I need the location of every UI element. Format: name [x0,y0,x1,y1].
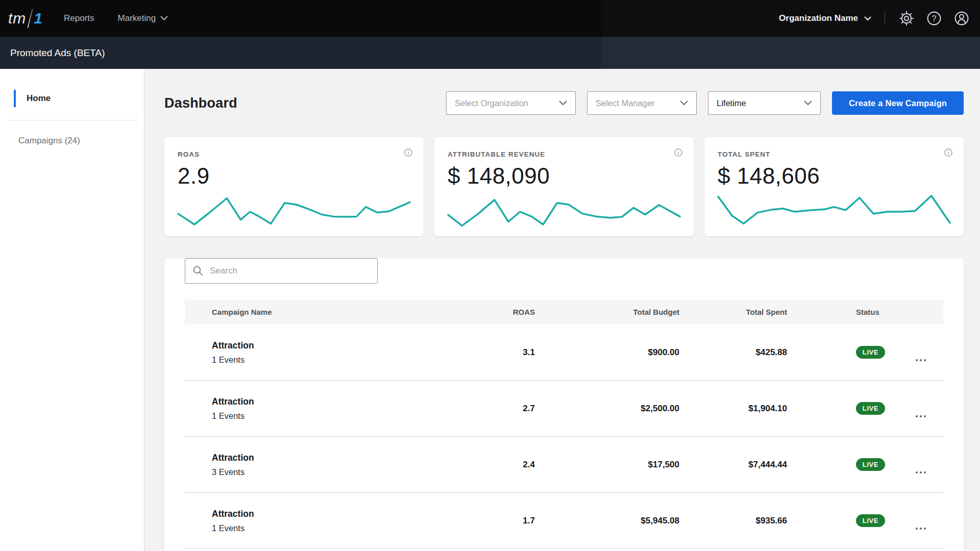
nav-item-reports[interactable]: Reports [64,13,94,23]
status-badge: LIVE [856,514,885,527]
roas-sparkline-chart [177,190,411,233]
date-range-dropdown[interactable]: Lifetime [708,91,821,115]
row-menu-button[interactable] [916,359,926,361]
row-menu-button[interactable] [916,528,926,530]
campaign-spent: $425.88 [679,347,787,358]
kpi-cards-row: ROAS 2.9 ATTRIBUTABLE REVENUE $ 148,090 … [164,137,964,236]
kpi-spent-label: TOTAL SPENT [718,151,951,158]
table-row[interactable]: Attraction 1 Events 2.7 $2,500.00 $1,904… [185,381,943,437]
table-row[interactable]: Attraction 1 Events 1.7 $5,945.08 $935.6… [185,493,943,549]
section-title: Promoted Ads (BETA) [10,47,105,59]
top-navigation: Reports Marketing [64,13,168,23]
table-row[interactable]: Attraction 1 Events 3.1 $900.00 $425.88 … [185,324,943,381]
campaign-name: Attraction [212,453,491,463]
status-badge: LIVE [856,402,885,415]
kpi-spent-value: $ 148,606 [718,163,951,189]
column-header-total-budget[interactable]: Total Budget [535,308,679,316]
chevron-down-icon [160,16,168,21]
campaign-events: 3 Events [212,467,491,477]
campaign-roas: 2.4 [491,460,535,470]
kpi-revenue-value: $ 148,090 [448,163,681,189]
select-organization-dropdown[interactable]: Select Organization [446,91,576,115]
kpi-roas-value: 2.9 [178,163,411,189]
create-campaign-button[interactable]: Create a New Campaign [832,91,964,115]
organization-name-label: Organization Name [779,13,858,23]
sidebar-divider [7,120,137,120]
row-menu-button[interactable] [916,471,926,473]
table-header-row: Campaign Name ROAS Total Budget Total Sp… [185,299,943,324]
kpi-card-roas: ROAS 2.9 [164,137,424,236]
main-content: Dashboard Select Organization Select Man… [144,69,980,551]
topbar-divider [885,12,885,25]
nav-reports-label: Reports [64,13,94,23]
campaign-name: Attraction [212,396,491,407]
organization-selector[interactable]: Organization Name [779,13,871,23]
kpi-card-attributable-revenue: ATTRIBUTABLE REVENUE $ 148,090 [434,137,694,236]
chevron-down-icon [864,16,871,21]
campaign-roas: 3.1 [491,347,535,358]
row-menu-button[interactable] [916,415,926,417]
status-badge: LIVE [856,458,885,471]
campaign-spent: $7,444.44 [679,460,787,470]
select-manager-placeholder: Select Manager [596,98,655,108]
search-icon [192,265,204,277]
chevron-down-icon [804,101,812,106]
campaigns-table-card: Campaign Name ROAS Total Budget Total Sp… [164,258,964,551]
campaign-budget: $17,500 [535,460,679,470]
table-row[interactable]: Attraction 3 Events 2.4 $17,500 $7,444.4… [185,437,943,493]
column-header-roas[interactable]: ROAS [491,308,535,316]
campaign-budget: $5,945.08 [535,516,679,526]
dashboard-filters: Select Organization Select Manager Lifet… [446,91,964,115]
info-icon[interactable] [403,147,413,160]
top-app-bar: tm 1 Reports Marketing Organization Name [0,0,980,37]
help-icon[interactable]: ? [926,10,942,27]
campaign-events: 1 Events [212,355,491,365]
logo-slash [28,9,33,28]
search-input[interactable] [210,266,370,276]
chevron-down-icon [680,101,688,106]
column-header-status[interactable]: Status [787,308,943,316]
topbar-actions: Organization Name ? [779,0,970,37]
campaign-events: 1 Events [212,411,491,421]
column-header-total-spent[interactable]: Total Spent [679,308,787,316]
page-title: Dashboard [164,95,237,111]
campaign-name: Attraction [212,509,491,519]
campaign-search-box [185,258,378,284]
kpi-card-total-spent: TOTAL SPENT $ 148,606 [704,137,964,236]
sidebar-item-campaigns[interactable]: Campaigns (24) [0,136,144,146]
spent-sparkline-chart [717,190,951,233]
select-organization-placeholder: Select Organization [455,98,528,108]
campaign-spent: $935.66 [679,516,787,526]
campaign-roas: 1.7 [491,516,535,526]
chevron-down-icon [559,101,567,106]
campaign-events: 1 Events [212,523,491,533]
revenue-sparkline-chart [447,190,681,233]
campaign-spent: $1,904.10 [679,404,787,414]
campaign-budget: $900.00 [535,347,679,358]
sidebar-home-label: Home [27,93,51,104]
campaign-name: Attraction [212,340,491,351]
tm1-logo[interactable]: tm 1 [8,9,42,28]
date-range-value: Lifetime [717,98,746,108]
info-icon[interactable] [943,147,953,160]
logo-one-text: 1 [34,10,42,27]
subheader-right-segment [601,37,980,69]
settings-gear-icon[interactable] [898,10,915,27]
logo-tm-text: tm [8,10,26,27]
info-icon[interactable] [673,147,683,160]
section-header-bar: Promoted Ads (BETA) [0,37,980,69]
active-indicator-bar [14,90,16,107]
kpi-revenue-label: ATTRIBUTABLE REVENUE [448,151,681,158]
column-header-campaign-name[interactable]: Campaign Name [185,308,491,316]
user-profile-icon[interactable] [953,10,970,27]
sidebar-item-home[interactable]: Home [0,89,144,108]
nav-marketing-label: Marketing [118,13,156,23]
select-manager-dropdown[interactable]: Select Manager [587,91,697,115]
svg-text:?: ? [932,14,937,23]
status-badge: LIVE [856,346,885,359]
nav-item-marketing[interactable]: Marketing [118,13,168,23]
campaign-budget: $2,500.00 [535,404,679,414]
dashboard-header-row: Dashboard Select Organization Select Man… [164,91,964,115]
campaign-roas: 2.7 [491,404,535,414]
sidebar: Home Campaigns (24) [0,69,144,551]
